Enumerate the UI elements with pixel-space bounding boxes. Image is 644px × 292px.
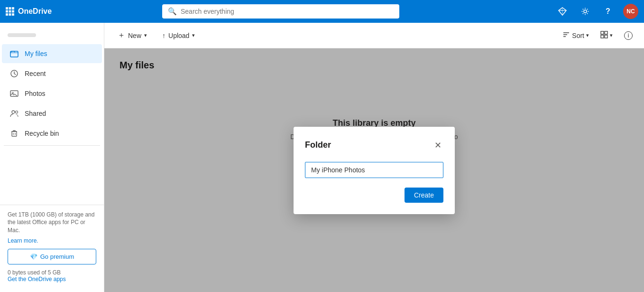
svg-rect-5 — [12, 10, 14, 13]
sidebar-bottom: Get 1TB (1000 GB) of storage and the lat… — [0, 205, 104, 288]
new-button[interactable]: ＋ New ▾ — [112, 28, 153, 43]
sidebar-label-recycle-bin: Recycle bin — [25, 130, 59, 137]
upload-chevron-icon: ▾ — [192, 32, 195, 38]
sidebar-item-shared[interactable]: Shared — [2, 104, 102, 123]
sidebar-label-photos: Photos — [25, 90, 46, 97]
info-button[interactable]: i — [620, 28, 636, 43]
recent-icon — [9, 69, 19, 78]
folder-dialog: Folder ✕ Create — [294, 127, 455, 214]
grid-view-icon — [600, 31, 608, 40]
sidebar: My files Recent Photos — [0, 23, 104, 292]
my-files-icon — [9, 49, 19, 58]
help-icon-btn[interactable]: ? — [600, 4, 616, 19]
svg-rect-6 — [6, 13, 8, 16]
user-info — [0, 27, 104, 44]
create-button[interactable]: Create — [405, 188, 443, 203]
svg-rect-2 — [12, 7, 14, 9]
svg-rect-4 — [9, 10, 11, 13]
grid-icon[interactable] — [6, 7, 14, 16]
sort-chevron-icon: ▾ — [586, 32, 589, 38]
plus-icon: ＋ — [118, 30, 125, 40]
sidebar-divider — [4, 145, 100, 146]
svg-rect-1 — [9, 7, 11, 9]
sidebar-label-my-files: My files — [25, 50, 47, 57]
sidebar-item-recycle-bin[interactable]: Recycle bin — [2, 124, 102, 143]
main-layout: My files Recent Photos — [0, 23, 644, 292]
svg-rect-19 — [12, 132, 17, 136]
promo-text: Get 1TB (1000 GB) of storage and the lat… — [8, 211, 96, 235]
storage-used-text: 0 bytes used of 5 GB — [8, 269, 96, 276]
toolbar-right: Sort ▾ ▾ i — [559, 28, 636, 43]
recycle-bin-icon — [9, 129, 19, 138]
go-premium-button[interactable]: 💎 Go premium — [8, 249, 96, 264]
app-name: OneDrive — [18, 7, 52, 16]
content-area: ＋ New ▾ ↑ Upload ▾ — [104, 23, 644, 292]
svg-rect-26 — [605, 31, 607, 34]
new-chevron-icon: ▾ — [144, 32, 147, 38]
dialog-footer: Create — [305, 188, 443, 203]
svg-rect-27 — [601, 35, 604, 38]
diamond-small-icon: 💎 — [30, 253, 37, 260]
sidebar-label-recent: Recent — [25, 70, 46, 77]
svg-point-18 — [16, 111, 18, 113]
new-label: New — [128, 32, 141, 39]
settings-icon-btn[interactable] — [578, 4, 593, 19]
sidebar-item-my-files[interactable]: My files — [2, 44, 102, 63]
upload-button[interactable]: ↑ Upload ▾ — [156, 29, 201, 42]
learn-more-link[interactable]: Learn more. — [8, 237, 38, 244]
sidebar-label-shared: Shared — [25, 110, 46, 117]
sort-icon — [562, 31, 570, 40]
view-chevron-icon: ▾ — [610, 32, 613, 38]
search-bar[interactable]: 🔍 — [162, 4, 399, 19]
dialog-header: Folder ✕ — [305, 138, 443, 152]
shared-icon — [9, 109, 19, 118]
folder-name-input[interactable] — [305, 162, 443, 178]
search-icon: 🔍 — [168, 7, 177, 16]
go-premium-label: Go premium — [40, 253, 74, 260]
toolbar: ＋ New ▾ ↑ Upload ▾ — [104, 23, 644, 48]
svg-rect-3 — [6, 10, 8, 13]
topbar-actions: ? NC — [555, 4, 638, 19]
user-avatar[interactable]: NC — [623, 4, 638, 19]
get-apps-link[interactable]: Get the OneDrive apps — [8, 276, 66, 283]
file-area: My files This library is empty Drag file… — [104, 48, 644, 292]
search-input[interactable] — [181, 8, 394, 15]
photos-icon — [9, 89, 19, 98]
user-bar — [8, 33, 36, 37]
diamond-icon-btn[interactable] — [555, 4, 570, 19]
sidebar-item-photos[interactable]: Photos — [2, 84, 102, 103]
upload-icon: ↑ — [162, 32, 166, 39]
sort-label: Sort — [572, 32, 584, 39]
dialog-title: Folder — [305, 140, 331, 150]
svg-rect-28 — [605, 35, 607, 38]
svg-point-12 — [584, 10, 587, 13]
sidebar-item-recent[interactable]: Recent — [2, 64, 102, 83]
svg-rect-7 — [9, 13, 11, 16]
svg-rect-8 — [12, 13, 14, 16]
svg-rect-25 — [601, 31, 604, 34]
app-logo: OneDrive — [6, 7, 82, 16]
dialog-overlay: Folder ✕ Create — [104, 48, 644, 292]
svg-rect-13 — [10, 51, 18, 57]
sort-button[interactable]: Sort ▾ — [559, 28, 593, 43]
svg-point-17 — [12, 111, 15, 113]
view-button[interactable]: ▾ — [597, 28, 616, 43]
info-icon: i — [624, 31, 633, 40]
dialog-close-button[interactable]: ✕ — [432, 138, 443, 152]
topbar: OneDrive 🔍 ? NC — [0, 0, 644, 23]
svg-rect-0 — [6, 7, 8, 9]
upload-label: Upload — [168, 32, 189, 39]
